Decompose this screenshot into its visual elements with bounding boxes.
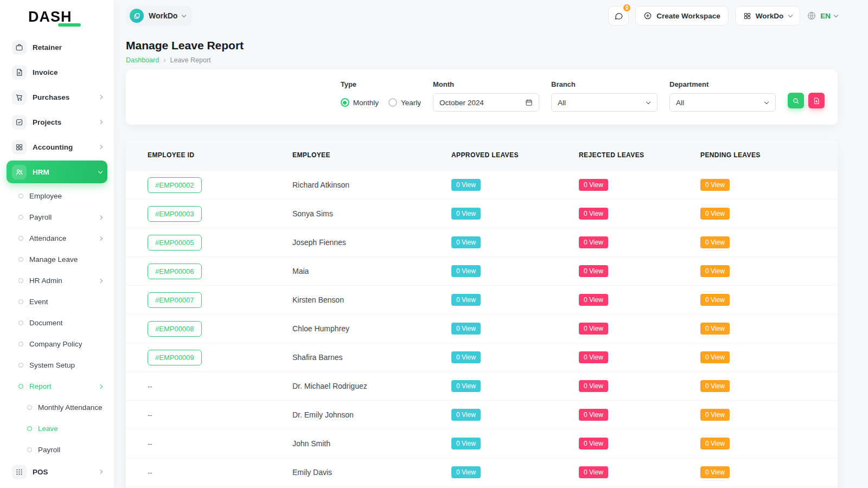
search-icon: [792, 97, 800, 105]
rejected-leaves-view-button[interactable]: 0 View: [579, 323, 608, 335]
branch-value: All: [558, 99, 566, 107]
branch-label: Branch: [551, 80, 658, 88]
sidebar-item-employee[interactable]: Employee: [7, 185, 107, 207]
approved-leaves-view-button[interactable]: 0 View: [451, 438, 481, 450]
department-value: All: [676, 99, 684, 107]
approved-leaves-view-button[interactable]: 0 View: [451, 409, 481, 421]
table-row: #EMP00007 Kirsten Benson 0 View 0 View 0…: [126, 285, 838, 314]
search-button[interactable]: [788, 93, 804, 108]
sidebar-item-monthly-attendance[interactable]: Monthly Attendance: [7, 397, 107, 418]
pending-leaves-view-button[interactable]: 0 View: [700, 323, 730, 335]
sidebar-item-accounting[interactable]: Accounting: [7, 136, 107, 158]
pending-leaves-view-button[interactable]: 0 View: [700, 380, 730, 392]
sidebar-item-report[interactable]: Report: [7, 376, 107, 397]
workspace-switcher[interactable]: WorkDo: [126, 5, 192, 26]
pending-leaves-view-button[interactable]: 0 View: [700, 208, 730, 220]
employee-id-badge[interactable]: #EMP00005: [148, 235, 202, 251]
sidebar-item-hrm[interactable]: HRM: [7, 160, 107, 183]
pending-leaves-view-button[interactable]: 0 View: [700, 294, 730, 306]
approved-leaves-view-button[interactable]: 0 View: [451, 294, 481, 306]
pending-leaves-view-button[interactable]: 0 View: [700, 179, 730, 191]
chevron-right-icon: [98, 384, 103, 388]
pending-leaves-view-button[interactable]: 0 View: [700, 409, 730, 421]
create-workspace-button[interactable]: Create Workspace: [635, 6, 729, 25]
approved-leaves-view-button[interactable]: 0 View: [451, 351, 481, 363]
employee-name: Sonya Sims: [282, 209, 441, 218]
employee-id-badge[interactable]: #EMP00009: [148, 350, 202, 365]
sidebar-item-manage-leave[interactable]: Manage Leave: [7, 249, 107, 270]
month-input[interactable]: October 2024: [433, 93, 539, 112]
sidebar-item-company-policy[interactable]: Company Policy: [7, 333, 107, 355]
rejected-leaves-view-button[interactable]: 0 View: [579, 236, 608, 248]
table-row: -- Emily Davis 0 View 0 View 0 View: [126, 458, 838, 486]
type-yearly-label: Yearly: [401, 99, 421, 107]
sidebar-item-pos[interactable]: POS: [7, 460, 107, 483]
approved-leaves-view-button[interactable]: 0 View: [451, 323, 481, 335]
employee-id-badge[interactable]: #EMP00006: [148, 264, 202, 279]
employee-id-badge[interactable]: #EMP00007: [148, 292, 202, 308]
employee-id-badge[interactable]: #EMP00003: [148, 206, 202, 222]
bullet-icon: [18, 384, 23, 389]
sidebar-item-label: Monthly Attendance: [38, 403, 102, 412]
bullet-icon: [18, 320, 23, 325]
rejected-leaves-view-button[interactable]: 0 View: [579, 294, 608, 306]
sidebar-item-hr-admin[interactable]: HR Admin: [7, 270, 107, 291]
sidebar-item-event[interactable]: Event: [7, 291, 107, 312]
rejected-leaves-view-button[interactable]: 0 View: [579, 380, 608, 392]
sidebar-item-label: HR Admin: [29, 277, 93, 285]
column-header-pending-leaves: PENDING LEAVES: [690, 151, 827, 159]
approved-leaves-view-button[interactable]: 0 View: [451, 208, 481, 220]
approved-leaves-view-button[interactable]: 0 View: [451, 236, 481, 248]
employee-id-badge[interactable]: #EMP00008: [148, 321, 202, 337]
pending-leaves-view-button[interactable]: 0 View: [700, 265, 730, 277]
employee-id-badge[interactable]: #EMP00002: [148, 177, 202, 193]
department-select[interactable]: All: [669, 93, 776, 112]
table-row: #EMP00008 Chloe Humphrey 0 View 0 View 0…: [126, 314, 838, 343]
breadcrumb-dashboard-link[interactable]: Dashboard: [126, 56, 159, 64]
employee-id-badge: --: [148, 440, 152, 448]
sidebar-item-projects[interactable]: Projects: [7, 111, 107, 133]
rejected-leaves-view-button[interactable]: 0 View: [579, 409, 608, 421]
sidebar-item-report-payroll[interactable]: Payroll: [7, 439, 107, 460]
branch-select[interactable]: All: [551, 93, 658, 112]
sidebar-item-label: HRM: [33, 168, 93, 176]
workdo-menu-button[interactable]: WorkDo: [735, 6, 801, 25]
sidebar-item-retainer[interactable]: Retainer: [7, 36, 107, 59]
rejected-leaves-view-button[interactable]: 0 View: [579, 466, 608, 478]
chevron-right-icon: [98, 470, 103, 474]
breadcrumb-separator-icon: ›: [163, 56, 165, 64]
approved-leaves-view-button[interactable]: 0 View: [451, 179, 481, 191]
globe-icon: [807, 11, 816, 21]
sidebar-item-purchases[interactable]: Purchases: [7, 86, 107, 108]
sidebar-item-system-setup[interactable]: System Setup: [7, 355, 107, 376]
sidebar-item-leave[interactable]: Leave: [7, 418, 107, 439]
sidebar-item-attendance[interactable]: Attendance: [7, 228, 107, 249]
rejected-leaves-view-button[interactable]: 0 View: [579, 208, 608, 220]
sidebar-item-payroll[interactable]: Payroll: [7, 207, 107, 228]
branch-filter-group: Branch All: [551, 80, 658, 114]
approved-leaves-view-button[interactable]: 0 View: [451, 265, 481, 277]
sidebar-item-document[interactable]: Document: [7, 312, 107, 333]
approved-leaves-view-button[interactable]: 0 View: [451, 380, 481, 392]
language-selector[interactable]: EN: [807, 11, 838, 21]
employee-name: Chloe Humphrey: [282, 324, 441, 333]
approved-leaves-view-button[interactable]: 0 View: [451, 466, 481, 478]
rejected-leaves-view-button[interactable]: 0 View: [579, 179, 608, 191]
brand-logo[interactable]: DASH: [0, 0, 114, 34]
rejected-leaves-view-button[interactable]: 0 View: [579, 438, 608, 450]
breadcrumb: Dashboard › Leave Report: [126, 56, 838, 64]
pending-leaves-view-button[interactable]: 0 View: [700, 466, 730, 478]
pending-leaves-view-button[interactable]: 0 View: [700, 438, 730, 450]
type-yearly-radio[interactable]: Yearly: [388, 98, 421, 107]
sidebar-item-invoice[interactable]: Invoice: [7, 61, 107, 84]
pending-leaves-view-button[interactable]: 0 View: [700, 351, 730, 363]
messages-button[interactable]: 0: [608, 6, 629, 25]
rejected-leaves-view-button[interactable]: 0 View: [579, 351, 608, 363]
employee-name: Joseph Fiennes: [282, 238, 441, 247]
sidebar-item-label: Document: [29, 319, 102, 327]
pending-leaves-view-button[interactable]: 0 View: [700, 236, 730, 248]
rejected-leaves-view-button[interactable]: 0 View: [579, 265, 608, 277]
type-monthly-radio[interactable]: Monthly: [341, 98, 379, 107]
export-button[interactable]: [808, 93, 825, 108]
column-header-approved-leaves: APPROVED LEAVES: [441, 151, 568, 159]
